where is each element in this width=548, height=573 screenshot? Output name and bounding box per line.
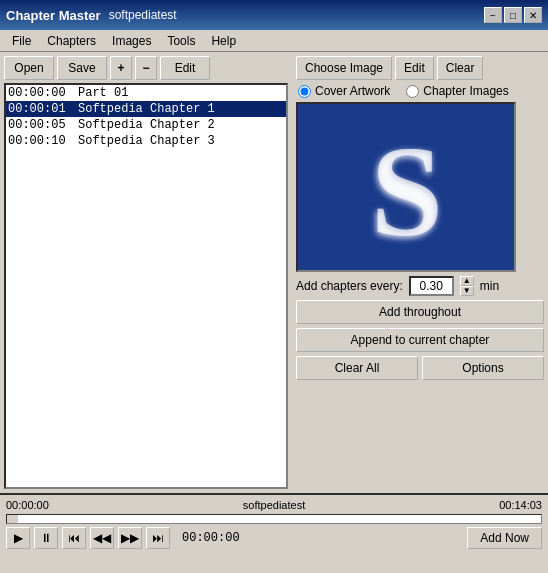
player-panel: 00:00:00 softpediatest 00:14:03 ▶ ⏸ ⏮ ◀◀… (0, 493, 548, 573)
chapters-every-row: Add chapters every: ▲ ▼ min (296, 276, 544, 296)
svg-text:S: S (371, 119, 441, 263)
title-text: Chapter Master softpediatest (6, 8, 177, 23)
player-time-end: 00:14:03 (499, 499, 542, 511)
save-button[interactable]: Save (57, 56, 107, 80)
player-subtitle: softpediatest (243, 499, 305, 511)
progress-bar[interactable] (6, 514, 542, 524)
minimize-button[interactable]: − (484, 7, 502, 23)
skip-back-button[interactable]: ⏮ (62, 527, 86, 549)
s-logo-image: S S (306, 107, 506, 267)
bottom-row-buttons: Clear All Options (296, 356, 544, 380)
skip-forward-button[interactable]: ⏭ (146, 527, 170, 549)
window-controls: − □ ✕ (484, 7, 542, 23)
spin-down-button[interactable]: ▼ (460, 286, 474, 296)
chapter-list: 00:00:00 Part 01 00:00:01 Softpedia Chap… (4, 83, 288, 489)
toolbar-row: Open Save + − Edit (4, 56, 288, 80)
edit-button[interactable]: Edit (160, 56, 210, 80)
current-time: 00:00:00 (182, 531, 240, 545)
open-button[interactable]: Open (4, 56, 54, 80)
main-content: Open Save + − Edit 00:00:00 Part 01 00:0… (0, 52, 548, 493)
append-to-current-button[interactable]: Append to current chapter (296, 328, 544, 352)
right-panel: Choose Image Edit Clear Cover Artwork Ch… (292, 52, 548, 493)
add-now-button[interactable]: Add Now (467, 527, 542, 549)
list-item[interactable]: 00:00:10 Softpedia Chapter 3 (6, 133, 286, 149)
menu-help[interactable]: Help (203, 32, 244, 50)
pause-button[interactable]: ⏸ (34, 527, 58, 549)
radio-row: Cover Artwork Chapter Images (296, 84, 544, 98)
image-preview: S S (296, 102, 516, 272)
clear-all-button[interactable]: Clear All (296, 356, 418, 380)
left-panel: Open Save + − Edit 00:00:00 Part 01 00:0… (0, 52, 292, 493)
app-name: Chapter Master (6, 8, 101, 23)
subtitle: softpediatest (109, 8, 177, 22)
close-button[interactable]: ✕ (524, 7, 542, 23)
menu-images[interactable]: Images (104, 32, 159, 50)
player-time-start: 00:00:00 (6, 499, 49, 511)
menu-bar: File Chapters Images Tools Help (0, 30, 548, 52)
options-button[interactable]: Options (422, 356, 544, 380)
clear-image-button[interactable]: Clear (437, 56, 484, 80)
add-chapter-button[interactable]: + (110, 56, 132, 80)
player-top-row: 00:00:00 softpediatest 00:14:03 (6, 499, 542, 511)
play-button[interactable]: ▶ (6, 527, 30, 549)
cover-artwork-radio[interactable]: Cover Artwork (298, 84, 390, 98)
chapter-images-radio[interactable]: Chapter Images (406, 84, 508, 98)
chapters-every-input[interactable] (409, 276, 454, 296)
fast-forward-button[interactable]: ▶▶ (118, 527, 142, 549)
menu-tools[interactable]: Tools (159, 32, 203, 50)
remove-chapter-button[interactable]: − (135, 56, 157, 80)
list-item[interactable]: 00:00:05 Softpedia Chapter 2 (6, 117, 286, 133)
maximize-button[interactable]: □ (504, 7, 522, 23)
right-top-row: Choose Image Edit Clear (296, 56, 544, 80)
edit-image-button[interactable]: Edit (395, 56, 434, 80)
menu-file[interactable]: File (4, 32, 39, 50)
title-bar: Chapter Master softpediatest − □ ✕ (0, 0, 548, 30)
menu-chapters[interactable]: Chapters (39, 32, 104, 50)
rewind-button[interactable]: ◀◀ (90, 527, 114, 549)
choose-image-button[interactable]: Choose Image (296, 56, 392, 80)
list-item[interactable]: 00:00:01 Softpedia Chapter 1 (6, 101, 286, 117)
add-throughout-button[interactable]: Add throughout (296, 300, 544, 324)
player-controls: ▶ ⏸ ⏮ ◀◀ ▶▶ ⏭ 00:00:00 Add Now (6, 527, 542, 549)
progress-fill (7, 515, 18, 523)
spin-buttons: ▲ ▼ (460, 276, 474, 296)
list-item[interactable]: 00:00:00 Part 01 (6, 85, 286, 101)
spin-up-button[interactable]: ▲ (460, 276, 474, 286)
